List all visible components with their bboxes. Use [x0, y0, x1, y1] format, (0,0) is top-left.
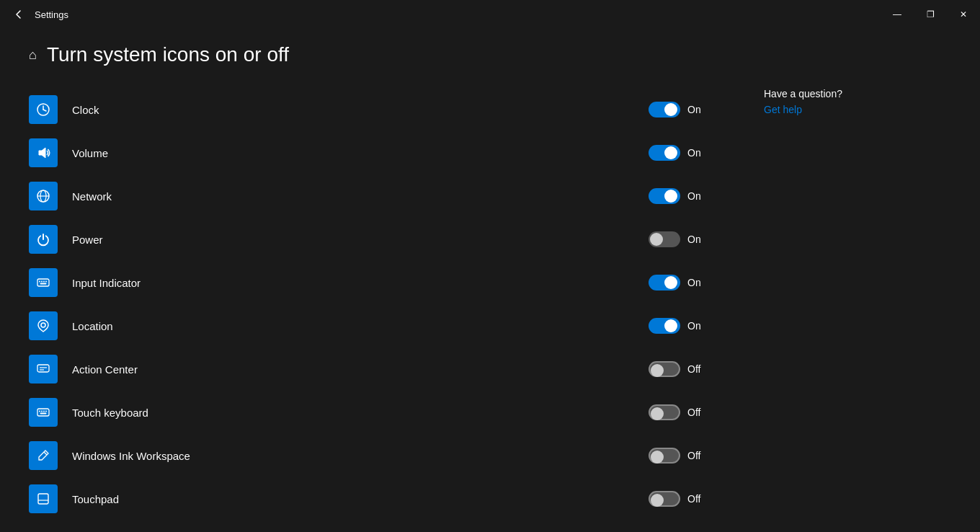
setting-row-windows-ink: Windows Ink WorkspaceOff — [29, 434, 735, 477]
content-area: ClockOnVolumeOnNetworkOnPowerOnInput Ind… — [29, 88, 951, 520]
setting-name-touch-keyboard: Touch keyboard — [72, 407, 649, 419]
settings-list: ClockOnVolumeOnNetworkOnPowerOnInput Ind… — [29, 88, 735, 520]
help-panel-title: Have a question? — [764, 88, 951, 99]
setting-name-volume: Volume — [72, 147, 649, 159]
icon-action-center — [29, 355, 58, 384]
setting-name-touchpad: Touchpad — [72, 493, 649, 505]
setting-row-touchpad: TouchpadOff — [29, 477, 735, 520]
title-bar-controls: — ❐ ✕ — [881, 0, 980, 29]
setting-name-input-indicator: Input Indicator — [72, 277, 649, 289]
svg-rect-7 — [37, 279, 49, 286]
setting-row-input-indicator: Input IndicatorOn — [29, 261, 735, 304]
toggle-container-clock: On — [649, 102, 735, 118]
setting-name-windows-ink: Windows Ink Workspace — [72, 450, 649, 462]
page-title: Turn system icons on or off — [47, 43, 289, 66]
toggle-container-network: On — [649, 188, 735, 204]
setting-row-volume: VolumeOn — [29, 131, 735, 174]
back-button[interactable] — [9, 4, 29, 25]
toggle-network[interactable] — [649, 188, 680, 204]
toggle-container-power: On — [649, 231, 735, 247]
get-help-link[interactable]: Get help — [764, 104, 951, 115]
toggle-label-input-indicator: On — [687, 277, 705, 288]
icon-network — [29, 182, 58, 210]
setting-row-action-center: Action CenterOff — [29, 347, 735, 391]
setting-name-power: Power — [72, 234, 649, 246]
toggle-touch-keyboard[interactable] — [649, 404, 680, 420]
toggle-label-windows-ink: Off — [687, 450, 705, 461]
toggle-input-indicator[interactable] — [649, 275, 680, 291]
toggle-container-touchpad: Off — [649, 491, 735, 507]
toggle-label-touchpad: Off — [687, 493, 705, 505]
help-panel: Have a question? Get help — [764, 88, 951, 520]
icon-windows-ink — [29, 441, 58, 470]
toggle-volume[interactable] — [649, 145, 680, 161]
svg-rect-17 — [37, 409, 49, 416]
icon-touchpad — [29, 484, 58, 513]
setting-row-clock: ClockOn — [29, 88, 735, 131]
toggle-touchpad[interactable] — [649, 491, 680, 507]
close-button[interactable]: ✕ — [947, 0, 980, 29]
icon-input-indicator — [29, 268, 58, 297]
title-bar-title: Settings — [35, 9, 68, 20]
svg-rect-24 — [38, 494, 48, 504]
toggle-location[interactable] — [649, 318, 680, 334]
toggle-clock[interactable] — [649, 102, 680, 118]
title-bar: Settings — ❐ ✕ — [0, 0, 980, 29]
icon-volume — [29, 138, 58, 167]
svg-rect-14 — [37, 365, 49, 372]
toggle-container-input-indicator: On — [649, 275, 735, 291]
toggle-container-volume: On — [649, 145, 735, 161]
setting-row-touch-keyboard: Touch keyboardOff — [29, 391, 735, 434]
setting-row-power: PowerOn — [29, 218, 735, 261]
icon-power — [29, 225, 58, 254]
toggle-container-windows-ink: Off — [649, 448, 735, 464]
svg-point-13 — [41, 323, 45, 327]
toggle-label-power: On — [687, 234, 705, 245]
svg-line-23 — [44, 452, 47, 455]
setting-row-network: NetworkOn — [29, 174, 735, 218]
page-content: ⌂ Turn system icons on or off ClockOnVol… — [0, 29, 980, 532]
toggle-container-touch-keyboard: Off — [649, 404, 735, 420]
toggle-windows-ink[interactable] — [649, 448, 680, 464]
setting-row-location: LocationOn — [29, 304, 735, 347]
toggle-label-location: On — [687, 320, 705, 332]
toggle-label-volume: On — [687, 147, 705, 159]
svg-line-2 — [43, 110, 46, 111]
icon-location — [29, 311, 58, 340]
setting-name-action-center: Action Center — [72, 363, 649, 376]
toggle-power[interactable] — [649, 231, 680, 247]
toggle-container-location: On — [649, 318, 735, 334]
toggle-label-network: On — [687, 190, 705, 202]
toggle-label-action-center: Off — [687, 363, 705, 375]
toggle-label-clock: On — [687, 104, 705, 115]
toggle-label-touch-keyboard: Off — [687, 407, 705, 418]
home-icon[interactable]: ⌂ — [29, 48, 37, 63]
svg-marker-3 — [39, 148, 45, 158]
minimize-button[interactable]: — — [881, 0, 914, 29]
icon-clock — [29, 95, 58, 124]
setting-name-network: Network — [72, 190, 649, 203]
toggle-action-center[interactable] — [649, 361, 680, 377]
maximize-button[interactable]: ❐ — [914, 0, 947, 29]
page-header: ⌂ Turn system icons on or off — [29, 43, 951, 66]
icon-touch-keyboard — [29, 398, 58, 427]
setting-name-clock: Clock — [72, 104, 649, 116]
toggle-container-action-center: Off — [649, 361, 735, 377]
setting-name-location: Location — [72, 320, 649, 332]
